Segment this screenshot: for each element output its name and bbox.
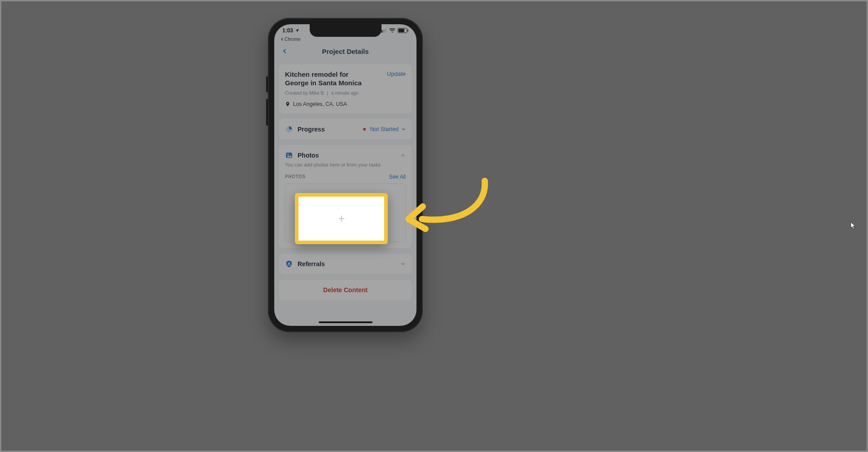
progress-card: Progress Not Started: [279, 119, 412, 140]
svg-rect-3: [385, 28, 386, 33]
location-arrow-icon: [295, 28, 299, 33]
shield-icon: [285, 260, 293, 268]
photos-subhead: PHOTOS: [285, 174, 306, 179]
dim-overlay: [1, 1, 867, 451]
plus-icon: [337, 214, 346, 223]
svg-point-12: [288, 262, 290, 264]
progress-status-select[interactable]: Not Started: [363, 126, 406, 132]
delete-content-button[interactable]: Delete Content: [323, 286, 368, 294]
delete-content-card: Delete Content: [279, 280, 412, 300]
svg-rect-1: [381, 30, 382, 33]
page-title: Project Details: [322, 48, 368, 55]
back-app-label: Chrome: [285, 37, 301, 42]
status-time: 1:03: [282, 27, 293, 34]
phone-screen: 1:03 Chrome Project Details: [274, 24, 416, 326]
phone-frame: 1:03 Chrome Project Details: [268, 18, 423, 332]
chevron-down-icon: [400, 261, 406, 267]
project-header-card: Kitchen remodel for George in Santa Moni…: [279, 64, 412, 114]
progress-status-text: Not Started: [370, 126, 399, 132]
svg-rect-6: [408, 30, 408, 32]
battery-icon: [398, 28, 408, 33]
update-button[interactable]: Update: [387, 70, 406, 77]
photos-label: Photos: [298, 152, 319, 159]
photos-description: You can add photos here or from your tas…: [285, 162, 406, 167]
svg-rect-5: [399, 29, 404, 32]
photo-icon: [285, 151, 293, 159]
see-all-button[interactable]: See All: [389, 174, 406, 180]
wifi-icon: [389, 28, 395, 33]
back-to-app[interactable]: Chrome: [274, 37, 416, 43]
referrals-card[interactable]: Referrals: [279, 254, 412, 274]
project-location[interactable]: Los Angeles, CA, USA: [285, 101, 406, 107]
piechart-icon: [285, 125, 293, 133]
back-caret-icon: [281, 38, 284, 41]
chevron-left-icon: [281, 48, 288, 55]
svg-point-9: [287, 154, 289, 155]
project-title: Kitchen remodel for George in Santa Moni…: [285, 70, 370, 88]
phone-notch: [310, 24, 381, 37]
chevron-down-icon: [401, 127, 406, 132]
project-meta: Created by Mike B | a minute ago: [285, 90, 406, 96]
nav-header: Project Details: [274, 43, 416, 60]
location-pin-icon: [285, 101, 290, 107]
status-dot-icon: [363, 128, 366, 131]
chevron-up-icon[interactable]: [400, 153, 406, 158]
progress-label: Progress: [298, 126, 325, 133]
svg-rect-2: [383, 30, 384, 33]
mouse-cursor-icon: [850, 222, 856, 230]
highlight-add-photo[interactable]: [295, 193, 388, 244]
back-button[interactable]: [280, 46, 289, 56]
home-indicator: [319, 321, 373, 323]
project-location-text: Los Angeles, CA, USA: [293, 101, 347, 107]
referrals-label: Referrals: [298, 260, 325, 268]
